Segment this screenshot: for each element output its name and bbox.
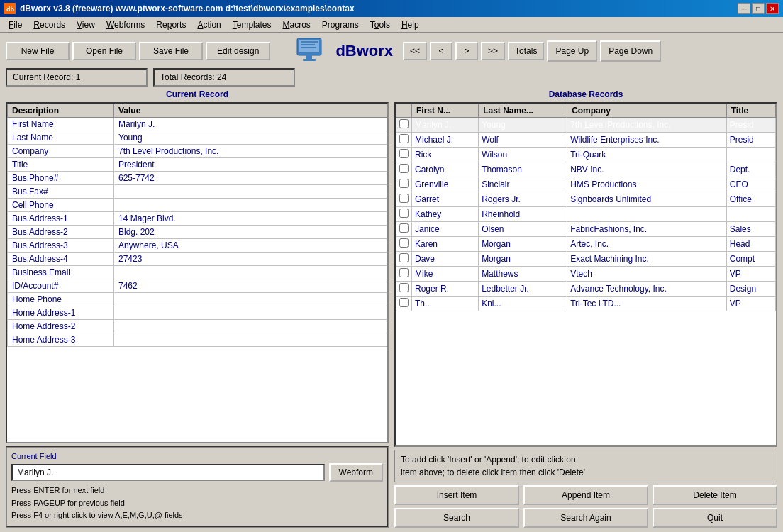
menu-programs[interactable]: Programs xyxy=(316,18,365,31)
cr-val: Marilyn J. xyxy=(114,118,387,131)
menu-help[interactable]: Help xyxy=(396,18,425,31)
current-record-table[interactable]: Description Value First NameMarilyn J.La… xyxy=(6,102,389,443)
row-checkbox-cell[interactable] xyxy=(396,282,412,297)
row-checkbox-cell[interactable] xyxy=(396,252,412,267)
bottom-right: To add click 'Insert' or 'Append'; to ed… xyxy=(394,450,777,528)
cr-col-value: Value xyxy=(114,104,387,118)
row-checkbox-cell[interactable] xyxy=(396,133,412,148)
cr-desc: Bus.Address-1 xyxy=(8,212,114,226)
row-checkbox[interactable] xyxy=(399,298,409,307)
nav-first-button[interactable]: << xyxy=(403,42,427,60)
row-checkbox-cell[interactable] xyxy=(396,297,412,311)
table-row[interactable]: GarretRogers Jr.Signboards UnlimitedOffi… xyxy=(396,192,776,207)
table-row[interactable]: GrenvilleSinclairHMS ProductionsCEO xyxy=(396,177,776,192)
cr-desc: Bus.Phone# xyxy=(8,172,114,185)
save-file-button[interactable]: Save File xyxy=(139,42,203,60)
cr-desc: Home Address-1 xyxy=(8,306,114,320)
db-cell-2: Vtech xyxy=(567,267,727,282)
close-button[interactable]: ✕ xyxy=(766,3,779,14)
db-records-table[interactable]: First N...Last Name...CompanyTitle Maril… xyxy=(394,102,777,447)
page-down-button[interactable]: Page Down xyxy=(600,40,661,62)
table-row[interactable]: MikeMatthewsVtechVP xyxy=(396,267,776,282)
db-cell-0: Roger R. xyxy=(412,282,479,297)
row-checkbox[interactable] xyxy=(399,268,409,277)
row-checkbox-cell[interactable] xyxy=(396,192,412,207)
db-cell-2: NBV Inc. xyxy=(567,162,727,177)
table-row[interactable]: JaniceOlsenFabricFashions, Inc.Sales xyxy=(396,222,776,237)
menu-macros[interactable]: Macros xyxy=(277,18,316,31)
page-up-button[interactable]: Page Up xyxy=(547,40,597,62)
db-cell-0: Marilyn J. xyxy=(412,118,479,133)
svg-rect-8 xyxy=(303,59,316,61)
menu-view[interactable]: View xyxy=(71,18,101,31)
svg-rect-4 xyxy=(301,41,318,43)
current-field-input[interactable] xyxy=(11,464,325,481)
search-button[interactable]: Search xyxy=(394,508,519,528)
row-checkbox[interactable] xyxy=(399,179,409,188)
row-checkbox-cell[interactable] xyxy=(396,118,412,133)
row-checkbox[interactable] xyxy=(399,134,409,143)
table-row[interactable]: DaveMorganExact Machining Inc.Compt xyxy=(396,252,776,267)
cr-col-description: Description xyxy=(8,104,114,118)
table-row[interactable]: RickWilsonTri-Quark xyxy=(396,148,776,162)
table-row[interactable]: Roger R.Ledbetter Jr.Advance Technology,… xyxy=(396,282,776,297)
totals-button[interactable]: Totals xyxy=(508,42,544,60)
cr-desc: Home Phone xyxy=(8,293,114,306)
delete-item-button[interactable]: Delete Item xyxy=(652,485,777,505)
info-text-box: To add click 'Insert' or 'Append'; to ed… xyxy=(394,450,777,482)
db-cell-1: Morgan xyxy=(479,252,567,267)
row-checkbox-cell[interactable] xyxy=(396,162,412,177)
search-again-button[interactable]: Search Again xyxy=(523,508,648,528)
menu-records[interactable]: Records xyxy=(28,18,71,31)
row-checkbox-cell[interactable] xyxy=(396,207,412,222)
maximize-button[interactable]: □ xyxy=(752,3,765,14)
table-row[interactable]: KatheyRheinhold xyxy=(396,207,776,222)
row-checkbox-cell[interactable] xyxy=(396,148,412,162)
row-checkbox-cell[interactable] xyxy=(396,237,412,252)
row-checkbox-cell[interactable] xyxy=(396,267,412,282)
cr-val: 14 Mager Blvd. xyxy=(114,212,387,226)
row-checkbox[interactable] xyxy=(399,194,409,203)
nav-prev-button[interactable]: < xyxy=(430,42,452,60)
table-row[interactable]: CarolynThomasonNBV Inc.Dept. xyxy=(396,162,776,177)
row-checkbox-cell[interactable] xyxy=(396,177,412,192)
row-checkbox[interactable] xyxy=(399,209,409,218)
logo-section: dBworx xyxy=(294,37,393,65)
left-panel: Current Record Description Value First N… xyxy=(6,89,389,528)
menu-reports[interactable]: Reports xyxy=(150,18,191,31)
row-checkbox[interactable] xyxy=(399,119,409,128)
nav-next-button[interactable]: > xyxy=(455,42,478,60)
menu-action[interactable]: Action xyxy=(191,18,226,31)
table-row[interactable]: Th...Kni...Tri-Tec LTD...VP xyxy=(396,297,776,311)
webform-button[interactable]: Webform xyxy=(329,463,383,482)
row-checkbox-cell[interactable] xyxy=(396,222,412,237)
db-cell-2: Tri-Quark xyxy=(567,148,727,162)
open-file-button[interactable]: Open File xyxy=(72,42,136,60)
table-row[interactable]: KarenMorganArtec, Inc.Head xyxy=(396,237,776,252)
row-checkbox[interactable] xyxy=(399,253,409,262)
info-line1: To add click 'Insert' or 'Append'; to ed… xyxy=(401,453,771,466)
row-checkbox[interactable] xyxy=(399,164,409,173)
hint-line: Press PAGEUP for previous field xyxy=(11,497,383,510)
db-cell-2: Wildlife Enterprises Inc. xyxy=(567,133,727,148)
table-row[interactable]: Michael J.WolfWildlife Enterprises Inc.P… xyxy=(396,133,776,148)
menu-tools[interactable]: Tools xyxy=(365,18,396,31)
insert-item-button[interactable]: Insert Item xyxy=(394,485,519,505)
db-cell-0: Th... xyxy=(412,297,479,311)
menu-file[interactable]: File xyxy=(3,18,28,31)
row-checkbox[interactable] xyxy=(399,283,409,292)
row-checkbox[interactable] xyxy=(399,149,409,158)
cr-val xyxy=(114,320,387,333)
svg-rect-5 xyxy=(301,44,315,45)
edit-design-button[interactable]: Edit design xyxy=(206,42,270,60)
quit-button[interactable]: Quit xyxy=(652,508,777,528)
minimize-button[interactable]: ─ xyxy=(738,3,750,14)
append-item-button[interactable]: Append Item xyxy=(523,485,648,505)
table-row[interactable]: Marilyn J.Young7th Level Productions, In… xyxy=(396,118,776,133)
nav-last-button[interactable]: >> xyxy=(481,42,505,60)
row-checkbox[interactable] xyxy=(399,238,409,248)
row-checkbox[interactable] xyxy=(399,223,409,233)
menu-webforms[interactable]: Webforms xyxy=(101,18,150,31)
menu-templates[interactable]: Templates xyxy=(227,18,277,31)
new-file-button[interactable]: New File xyxy=(6,42,70,60)
